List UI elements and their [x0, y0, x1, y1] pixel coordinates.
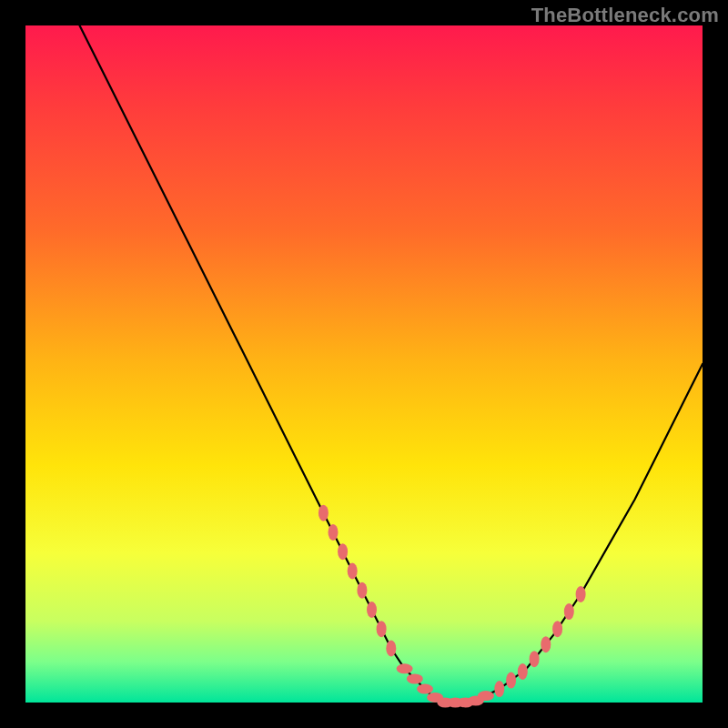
valley-marker-dot: [417, 684, 433, 694]
chart-frame: TheBottleneck.com: [0, 0, 728, 728]
valley-marker-dot: [318, 505, 329, 521]
watermark-text: TheBottleneck.com: [531, 4, 719, 27]
valley-marker-dot: [478, 691, 494, 701]
valley-markers: [318, 505, 586, 708]
valley-marker-dot: [494, 681, 504, 697]
valley-marker-dot: [518, 663, 528, 680]
valley-marker-dot: [386, 641, 396, 657]
valley-marker-dot: [397, 663, 413, 673]
valley-marker-dot: [407, 674, 423, 684]
valley-marker-dot: [564, 603, 574, 620]
valley-marker-dot: [506, 672, 516, 689]
valley-marker-dot: [357, 582, 367, 599]
plot-area: [25, 25, 703, 703]
valley-marker-dot: [541, 636, 551, 652]
valley-marker-dot: [338, 543, 348, 560]
valley-marker-dot: [367, 602, 377, 618]
valley-marker-dot: [530, 651, 540, 667]
valley-marker-dot: [552, 621, 562, 637]
valley-marker-dot: [348, 563, 358, 580]
valley-marker-dot: [329, 524, 339, 541]
bottleneck-curve: [80, 25, 703, 703]
curve-svg: [25, 25, 703, 703]
valley-marker-dot: [377, 621, 387, 637]
valley-marker-dot: [576, 586, 586, 602]
